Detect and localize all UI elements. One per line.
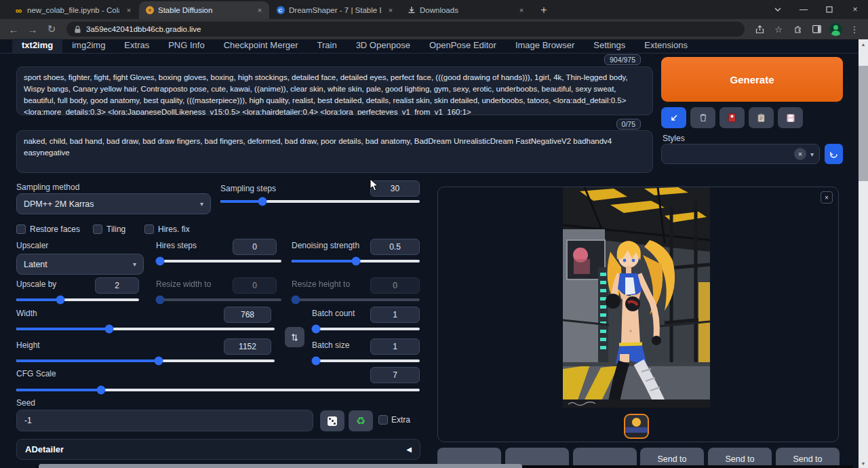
height-input[interactable]: 1152 [224, 338, 271, 355]
adetailer-accordion[interactable]: ADetailer ◀ [16, 439, 420, 460]
tab-close-icon[interactable]: × [254, 5, 265, 16]
hires-steps-input[interactable]: 0 [233, 239, 277, 255]
tab-close-icon[interactable]: × [385, 5, 396, 16]
sampling-steps-label: Sampling steps [220, 184, 276, 193]
generate-button[interactable]: Generate [661, 57, 843, 102]
tab-search-icon[interactable] [765, 0, 791, 19]
cfg-scale-slider[interactable] [16, 389, 420, 391]
prompt-input[interactable]: sport shoes, fighter, fight, fight Glove… [16, 66, 653, 115]
reuse-seed-button[interactable]: ♻ [349, 410, 373, 431]
batch-count-input[interactable]: 1 [370, 307, 420, 323]
tab-close-icon[interactable]: × [516, 5, 527, 16]
tab-openpose-editor[interactable]: OpenPose Editor [420, 39, 506, 53]
scrollbar-thumb[interactable] [859, 66, 868, 181]
window-controls: — × [765, 0, 868, 19]
tab-title: Downloads [420, 6, 512, 14]
url-bar[interactable]: 3a59ec42041dbb46cb.gradio.live [66, 22, 745, 37]
batch-count-slider[interactable] [312, 328, 420, 330]
denoising-slider[interactable] [292, 260, 420, 262]
tab-settings[interactable]: Settings [584, 39, 635, 53]
sampling-steps-input[interactable]: 30 [370, 180, 420, 197]
denoising-input[interactable]: 0.5 [370, 239, 420, 255]
extra-seed-checkbox[interactable] [378, 415, 388, 425]
browser-toolbar: ← → ↻ 3a59ec42041dbb46cb.gradio.live ☆ ⋮ [0, 19, 868, 39]
forward-icon[interactable]: → [24, 21, 41, 37]
width-input[interactable]: 768 [224, 307, 271, 323]
clear-styles-icon[interactable]: × [794, 148, 806, 160]
scroll-up-icon[interactable]: ▲ [859, 39, 868, 49]
refresh-icon [829, 150, 838, 159]
restore-faces-checkbox[interactable] [16, 225, 26, 234]
bookmark-star-icon[interactable]: ☆ [770, 21, 787, 37]
swap-dimensions-button[interactable] [285, 327, 304, 347]
floppy-save-icon [787, 114, 795, 122]
seed-input[interactable]: -1 [16, 410, 313, 431]
side-panel-icon[interactable] [808, 21, 825, 37]
apply-style-button[interactable] [749, 107, 774, 128]
scroll-down-icon[interactable]: ▼ [859, 459, 868, 468]
paste-params-button[interactable] [661, 107, 686, 128]
save-style-button[interactable] [778, 107, 803, 128]
clear-prompt-button[interactable] [690, 107, 715, 128]
styles-dropdown[interactable]: × ▾ [661, 144, 820, 164]
extra-networks-button[interactable] [719, 107, 745, 128]
back-icon[interactable]: ← [5, 21, 22, 37]
upscale-by-input[interactable]: 2 [95, 277, 139, 294]
browser-tab-colab[interactable]: ∞ new_colab_file.ipynb - Colaborat × [8, 1, 138, 19]
width-slider[interactable] [16, 328, 275, 330]
resize-height-slider[interactable] [292, 298, 420, 301]
generated-image[interactable] [563, 187, 710, 408]
sampling-method-dropdown[interactable]: DPM++ 2M Karras ▾ [16, 193, 211, 214]
minimize-button[interactable]: — [791, 0, 816, 19]
batch-size-slider[interactable] [312, 359, 420, 362]
profile-avatar[interactable] [827, 21, 844, 37]
prompt-token-counter: 904/975 [604, 54, 641, 65]
share-icon[interactable] [751, 21, 768, 37]
new-tab-button[interactable]: + [535, 1, 553, 19]
browser-menu-icon[interactable]: ⋮ [846, 21, 863, 37]
tab-checkpoint-merger[interactable]: Checkpoint Merger [214, 39, 308, 53]
height-slider[interactable] [16, 359, 275, 362]
maximize-button[interactable] [816, 0, 842, 19]
close-image-icon[interactable]: × [821, 191, 833, 203]
upscaler-value: Latent [24, 260, 47, 269]
tab-png-info[interactable]: PNG Info [159, 39, 214, 53]
upscaler-dropdown[interactable]: Latent ▾ [16, 254, 144, 275]
output-gallery-panel: × [437, 187, 839, 442]
browser-tab-stable-diffusion[interactable]: Stable Diffusion × [139, 1, 269, 19]
dice-icon [328, 416, 337, 426]
gallery-thumbnail[interactable] [624, 414, 649, 439]
tab-extras[interactable]: Extras [115, 39, 159, 53]
close-window-button[interactable]: × [842, 0, 868, 19]
upscale-by-slider[interactable] [16, 298, 139, 301]
resize-height-label: Resize height to [292, 279, 350, 289]
tab-img2img[interactable]: img2img [62, 39, 115, 53]
tiling-checkbox[interactable] [93, 225, 102, 234]
refresh-styles-button[interactable] [825, 144, 843, 164]
extensions-puzzle-icon[interactable] [789, 21, 806, 37]
tab-train[interactable]: Train [308, 39, 347, 53]
restore-faces-label: Restore faces [30, 225, 80, 234]
sampling-method-label: Sampling method [16, 182, 79, 192]
browser-tab-dreamshaper[interactable]: C DreamShaper - 7 | Stable Diffusio × [270, 1, 400, 19]
page-scrollbar[interactable]: ▲ ▼ [859, 39, 868, 468]
hires-steps-slider[interactable] [156, 260, 281, 262]
resize-height-input[interactable]: 0 [370, 277, 420, 294]
hires-steps-label: Hires steps [156, 241, 197, 250]
hires-fix-checkbox[interactable] [144, 225, 154, 234]
batch-size-input[interactable]: 1 [370, 338, 420, 355]
negative-prompt-input[interactable]: naked, child, bad hand, bad draw, bad dr… [16, 130, 653, 173]
tab-txt2img[interactable]: txt2img [12, 39, 62, 53]
tab-extensions[interactable]: Extensions [635, 39, 697, 53]
refresh-icon[interactable]: ↻ [43, 21, 60, 37]
tab-image-browser[interactable]: Image Browser [506, 39, 584, 53]
cfg-scale-input[interactable]: 7 [370, 367, 420, 383]
resize-width-input[interactable]: 0 [233, 277, 277, 294]
tab-close-icon[interactable]: × [123, 5, 134, 16]
browser-tab-downloads[interactable]: Downloads × [401, 1, 531, 19]
sampling-steps-slider[interactable] [220, 200, 420, 203]
tab-3d-openpose[interactable]: 3D Openpose [347, 39, 420, 53]
random-seed-button[interactable] [320, 410, 344, 431]
clipboard-icon [757, 113, 765, 122]
resize-width-slider[interactable] [156, 298, 281, 301]
